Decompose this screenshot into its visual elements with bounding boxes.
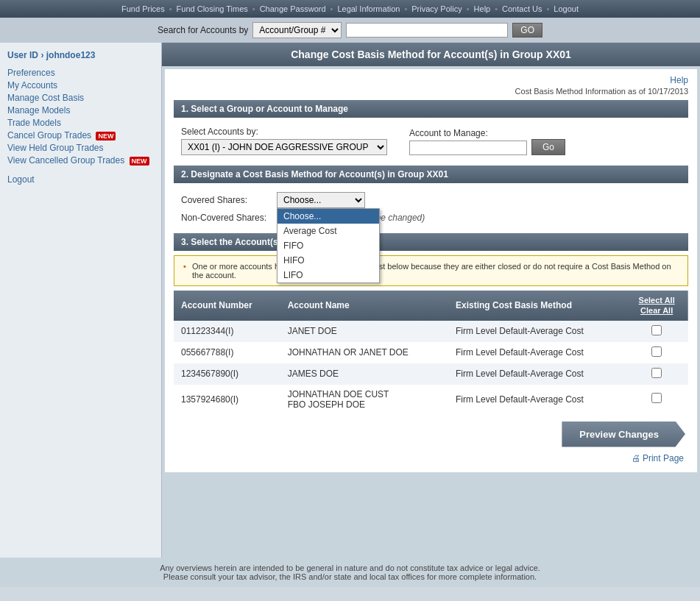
select-accounts-select[interactable]: XX01 (I) - JOHN DOE AGGRESSIVE GROUP (181, 139, 387, 155)
sidebar-item-view-cancelled-group-trades[interactable]: View Cancelled Group Trades NEW (7, 155, 154, 166)
page-title-bar: Change Cost Basis Method for Account(s) … (162, 43, 700, 66)
nav-fund-closing-times[interactable]: Fund Closing Times (177, 4, 248, 13)
select-account-cell[interactable] (625, 363, 688, 385)
date-info: Cost Basis Method Information as of 10/1… (174, 87, 688, 96)
sidebar-nav: Preferences My Accounts Manage Cost Basi… (7, 68, 154, 166)
step1-content: Select Accounts by: XX01 (I) - JOHN DOE … (174, 122, 688, 163)
accounts-table-body: 011223344(I)JANET DOEFirm Level Default-… (174, 321, 688, 414)
search-input[interactable] (346, 23, 508, 38)
top-navigation: Fund Prices • Fund Closing Times • Chang… (0, 0, 700, 18)
account-number-cell: 1357924680(I) (174, 385, 280, 414)
dropdown-option-fifo[interactable]: FIFO (277, 238, 379, 253)
search-label: Search for Accounts by (158, 25, 248, 35)
col-account-number: Account Number (174, 291, 280, 321)
table-row: 1234567890(I)JAMES DOEFirm Level Default… (174, 363, 688, 385)
col-cost-basis: Existing Cost Basis Method (448, 291, 625, 321)
nav-privacy-policy[interactable]: Privacy Policy (411, 4, 462, 13)
nav-change-password[interactable]: Change Password (260, 4, 326, 13)
table-row: 011223344(I)JANET DOEFirm Level Default-… (174, 321, 688, 342)
select-accounts-label: Select Accounts by: (181, 127, 387, 137)
nav-contact-us[interactable]: Contact Us (502, 4, 542, 13)
select-account-checkbox[interactable] (651, 346, 662, 357)
step1-header: 1. Select a Group or Account to Manage (174, 100, 688, 118)
account-name-cell: JOHNATHAN OR JANET DOE (280, 342, 448, 363)
account-number-cell: 055667788(I) (174, 342, 280, 363)
dropdown-option-hifo[interactable]: HIFO (277, 253, 379, 268)
account-to-manage-input[interactable] (409, 141, 527, 155)
nav-fund-prices[interactable]: Fund Prices (121, 4, 165, 13)
layout: User ID › johndoe123 Preferences My Acco… (0, 43, 700, 558)
print-label[interactable]: Print Page (643, 453, 684, 463)
search-type-select[interactable]: Account/Group # (252, 22, 342, 38)
page-title: Change Cost Basis Method for Account(s) … (291, 49, 571, 60)
clear-all-label[interactable]: Clear All (632, 305, 681, 316)
sidebar: User ID › johndoe123 Preferences My Acco… (0, 43, 162, 558)
noncovered-shares-row: Non-Covered Shares: Average Cost (Cannot… (181, 213, 681, 223)
table-row: 055667788(I)JOHNATHAN OR JANET DOEFirm L… (174, 342, 688, 363)
account-to-manage-group: Account to Manage: Go (409, 128, 565, 155)
new-badge-cancel-group-trades: NEW (96, 132, 116, 141)
account-go-button[interactable]: Go (531, 139, 565, 155)
user-id-arrow: › (40, 50, 46, 60)
username-display: johndoe123 (46, 50, 96, 60)
step2-header: 2. Designate a Cost Basis Method for Acc… (174, 166, 688, 183)
covered-shares-select[interactable]: Choose... (277, 192, 365, 208)
sidebar-item-trade-models[interactable]: Trade Models (7, 118, 154, 128)
account-name-cell: JAMES DOE (280, 363, 448, 385)
step3-header: 3. Select the Account(s) to Update (174, 233, 688, 251)
footer-line2: Please consult your tax advisor, the IRS… (15, 572, 685, 581)
noncovered-shares-label: Non-Covered Shares: (181, 213, 269, 223)
sidebar-item-my-accounts[interactable]: My Accounts (7, 80, 154, 90)
account-number-cell: 1234567890(I) (174, 363, 280, 385)
dropdown-option-lifo[interactable]: LIFO (277, 268, 379, 282)
sidebar-item-cancel-group-trades[interactable]: Cancel Group Trades NEW (7, 130, 154, 141)
select-account-checkbox[interactable] (651, 368, 662, 378)
select-accounts-group: Select Accounts by: XX01 (I) - JOHN DOE … (181, 127, 387, 155)
account-to-manage-label: Account to Manage: (409, 128, 527, 138)
cost-basis-cell: Firm Level Default-Average Cost (448, 385, 625, 414)
select-all-label[interactable]: Select All (632, 295, 681, 305)
search-bar: Search for Accounts by Account/Group # G… (0, 18, 700, 43)
cost-basis-cell: Firm Level Default-Average Cost (448, 342, 625, 363)
warning-text: One or more accounts have been omitted f… (183, 262, 679, 280)
footer: Any overviews herein are intended to be … (0, 558, 700, 587)
sidebar-item-manage-cost-basis[interactable]: Manage Cost Basis (7, 93, 154, 103)
print-icon: 🖨 (632, 453, 640, 463)
main-content: Change Cost Basis Method for Account(s) … (162, 43, 700, 558)
sidebar-item-preferences[interactable]: Preferences (7, 68, 154, 78)
account-name-cell: JOHNATHAN DOE CUSTFBO JOSEPH DOE (280, 385, 448, 414)
preview-changes-button[interactable]: Preview Changes (562, 422, 685, 447)
table-header-row: Account Number Account Name Existing Cos… (174, 291, 688, 321)
covered-dropdown-menu[interactable]: Choose... Average Cost FIFO HIFO LIFO (277, 208, 380, 283)
dropdown-option-choose[interactable]: Choose... (277, 209, 379, 224)
covered-shares-row: Covered Shares: Choose... Choose... Aver… (181, 192, 681, 208)
help-row: Help (174, 75, 688, 85)
sidebar-item-manage-models[interactable]: Manage Models (7, 105, 154, 115)
select-account-checkbox[interactable] (651, 325, 662, 335)
content-area: Help Cost Basis Method Information as of… (165, 69, 697, 472)
search-go-button[interactable]: GO (512, 23, 542, 38)
step2-content: Covered Shares: Choose... Choose... Aver… (174, 188, 688, 230)
accounts-table: Account Number Account Name Existing Cos… (174, 291, 688, 414)
select-account-cell[interactable] (625, 321, 688, 342)
warning-box: One or more accounts have been omitted f… (174, 255, 688, 286)
select-account-cell[interactable] (625, 342, 688, 363)
user-id-display: User ID › johndoe123 (7, 50, 154, 60)
account-number-cell: 011223344(I) (174, 321, 280, 342)
covered-select-wrapper[interactable]: Choose... Choose... Average Cost FIFO HI… (277, 192, 365, 208)
select-account-cell[interactable] (625, 385, 688, 414)
new-badge-view-cancelled: NEW (130, 157, 149, 166)
select-account-checkbox[interactable] (651, 393, 662, 403)
help-link[interactable]: Help (670, 75, 688, 85)
cost-basis-cell: Firm Level Default-Average Cost (448, 363, 625, 385)
account-name-cell: JANET DOE (280, 321, 448, 342)
dropdown-option-average-cost[interactable]: Average Cost (277, 224, 379, 238)
step3-content: Account Number Account Name Existing Cos… (174, 291, 688, 414)
nav-logout-top[interactable]: Logout (554, 4, 579, 13)
bottom-bar: Preview Changes (174, 414, 688, 450)
sidebar-item-view-held-group-trades[interactable]: View Held Group Trades (7, 143, 154, 153)
nav-legal-information[interactable]: Legal Information (337, 4, 400, 13)
user-id-label: User ID (7, 50, 38, 60)
nav-help[interactable]: Help (474, 4, 491, 13)
sidebar-logout-link[interactable]: Logout (7, 174, 35, 185)
